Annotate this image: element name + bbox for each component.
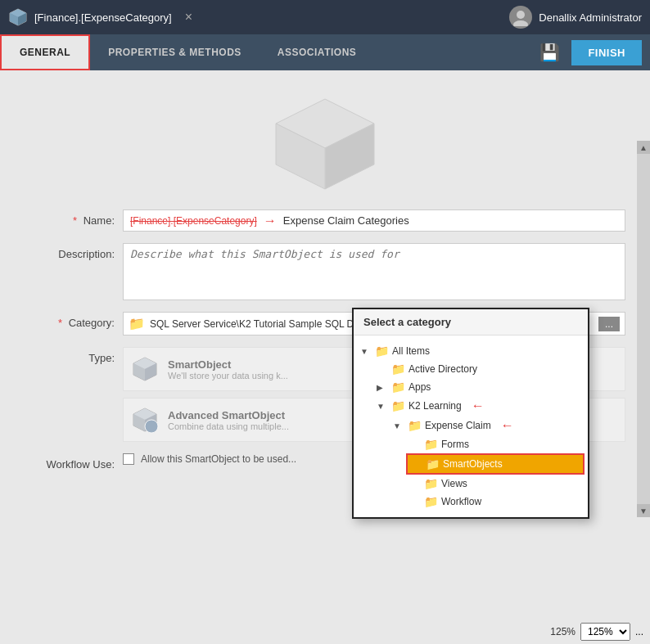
tree-children-all: 📁 Active Directory ▶ 📁 Apps ▼ 📁 K2 Learn…	[357, 360, 585, 511]
type-label: Type:	[25, 347, 115, 364]
folder-smartobjects: 📁	[426, 457, 440, 471]
bottom-bar: 125% 125% 100% 150% ...	[544, 619, 650, 644]
name-field-wrapper[interactable]: [Finance].[ExpenseCategory] → Expense Cl…	[123, 209, 625, 232]
title-bar-left: [Finance].[ExpenseCategory] ×	[8, 7, 192, 27]
annotation-arrow-k2learning: ←	[472, 399, 485, 413]
name-old-value: [Finance].[ExpenseCategory]	[124, 211, 260, 231]
tree-area: ▼ 📁 All Items 📁 Active Directory ▶ 📁 App…	[354, 336, 588, 517]
close-button[interactable]: ×	[185, 10, 192, 25]
annotation-arrow-expense: ←	[501, 418, 514, 433]
svg-point-4	[517, 11, 525, 19]
tree-item-views[interactable]: 📁 Views	[406, 475, 585, 493]
smartobject-desc: We'll store your data using k...	[168, 371, 288, 381]
workflow-checkbox[interactable]	[123, 453, 134, 465]
folder-views: 📁	[424, 477, 438, 490]
tree-item-all-items[interactable]: ▼ 📁 All Items	[357, 342, 585, 360]
finish-button[interactable]: FINISH	[571, 40, 642, 65]
label-k2-learning: K2 Learning	[409, 400, 462, 412]
category-popup: Select a category ▼ 📁 All Items 📁 Active…	[352, 308, 589, 519]
toggle-apps: ▶	[377, 383, 388, 392]
tab-properties[interactable]: PROPERTIES & METHODS	[90, 34, 260, 70]
scroll-down-arrow[interactable]: ▼	[637, 504, 650, 517]
type-option-advanced-text: Advanced SmartObject Combine data using …	[168, 409, 289, 431]
name-label: * Name:	[25, 209, 115, 227]
tree-item-smartobjects[interactable]: 📁 SmartObjects	[406, 453, 585, 475]
zoom-dropdown[interactable]: 125% 100% 150%	[580, 623, 630, 641]
folder-expense-claim: 📁	[408, 419, 422, 432]
workflow-wrapper: Allow this SmartObject to be used...	[123, 453, 296, 465]
browse-button[interactable]: ...	[598, 317, 620, 331]
main-content: * Name: [Finance].[ExpenseCategory] → Ex…	[0, 70, 650, 644]
tree-item-expense-claim[interactable]: ▼ 📁 Expense Claim ←	[390, 416, 585, 435]
save-button[interactable]: 💾	[533, 39, 566, 65]
workflow-label: Workflow Use:	[25, 453, 115, 471]
name-new-value: Expense Claim Categories	[280, 210, 413, 231]
tree-item-forms[interactable]: 📁 Forms	[406, 435, 585, 453]
zoom-display: 125%	[550, 626, 576, 637]
toggle-all-items: ▼	[360, 347, 372, 356]
advanced-desc: Combine data using multiple...	[168, 421, 289, 431]
folder-icon: 📁	[129, 316, 145, 331]
advanced-icon	[130, 405, 160, 435]
app-icon	[8, 7, 28, 27]
toolbar-right: 💾 FINISH	[533, 34, 650, 70]
tree-item-apps[interactable]: ▶ 📁 Apps	[373, 378, 585, 396]
description-row: Description:	[25, 243, 625, 300]
tab-general[interactable]: GENERAL	[0, 34, 90, 70]
category-label: * Category:	[25, 312, 115, 329]
smartobject-icon	[130, 354, 160, 384]
title-bar-right: Denallix Administrator	[509, 6, 642, 29]
folder-active-directory: 📁	[391, 363, 405, 376]
folder-k2-learning: 📁	[391, 399, 405, 412]
tree-item-active-directory[interactable]: 📁 Active Directory	[373, 360, 585, 378]
label-views: Views	[441, 478, 467, 489]
more-options[interactable]: ...	[635, 626, 643, 637]
tab-associations[interactable]: ASSOCIATIONS	[260, 34, 374, 70]
folder-forms: 📁	[424, 438, 438, 451]
label-apps: Apps	[409, 381, 431, 393]
svg-point-17	[145, 420, 158, 433]
toggle-expense-claim: ▼	[393, 421, 404, 430]
svg-point-5	[513, 20, 528, 26]
folder-workflow: 📁	[424, 495, 438, 508]
description-input[interactable]	[123, 243, 625, 300]
user-avatar	[509, 6, 532, 29]
window-title: [Finance].[ExpenseCategory]	[34, 11, 172, 24]
label-smartobjects: SmartObjects	[443, 458, 503, 470]
label-expense-claim: Expense Claim	[425, 420, 491, 431]
title-bar: [Finance].[ExpenseCategory] × Denallix A…	[0, 0, 650, 34]
advanced-title: Advanced SmartObject	[168, 409, 289, 421]
tree-item-workflow[interactable]: 📁 Workflow	[406, 493, 585, 511]
folder-all-items: 📁	[375, 345, 389, 358]
cube-area	[0, 70, 650, 201]
label-workflow: Workflow	[441, 496, 481, 507]
user-label: Denallix Administrator	[539, 11, 642, 24]
scroll-up-arrow[interactable]: ▲	[637, 141, 650, 154]
nav-tabs: GENERAL PROPERTIES & METHODS ASSOCIATION…	[0, 34, 650, 70]
name-arrow: →	[260, 214, 280, 228]
label-active-directory: Active Directory	[409, 363, 477, 375]
description-label: Description:	[25, 243, 115, 260]
type-option-smartobject-text: SmartObject We'll store your data using …	[168, 358, 288, 381]
tree-item-k2-learning[interactable]: ▼ 📁 K2 Learning ←	[373, 396, 585, 416]
tree-children-expense: 📁 Forms 📁 SmartObjects 📁	[390, 435, 585, 511]
cube-illustration	[268, 87, 382, 193]
smartobject-title: SmartObject	[168, 358, 288, 371]
popup-header: Select a category	[354, 309, 588, 336]
label-forms: Forms	[441, 439, 469, 450]
folder-apps: 📁	[391, 381, 405, 394]
workflow-checkbox-label: Allow this SmartObject to be used...	[141, 453, 296, 465]
toggle-k2-learning: ▼	[377, 402, 388, 411]
required-star: *	[73, 214, 77, 227]
label-all-items: All Items	[392, 345, 430, 357]
name-row: * Name: [Finance].[ExpenseCategory] → Ex…	[25, 209, 625, 232]
tree-children-k2learning: ▼ 📁 Expense Claim ← 📁 Forms	[373, 416, 585, 511]
scrollbar-vertical[interactable]: ▲ ▼	[637, 141, 650, 517]
